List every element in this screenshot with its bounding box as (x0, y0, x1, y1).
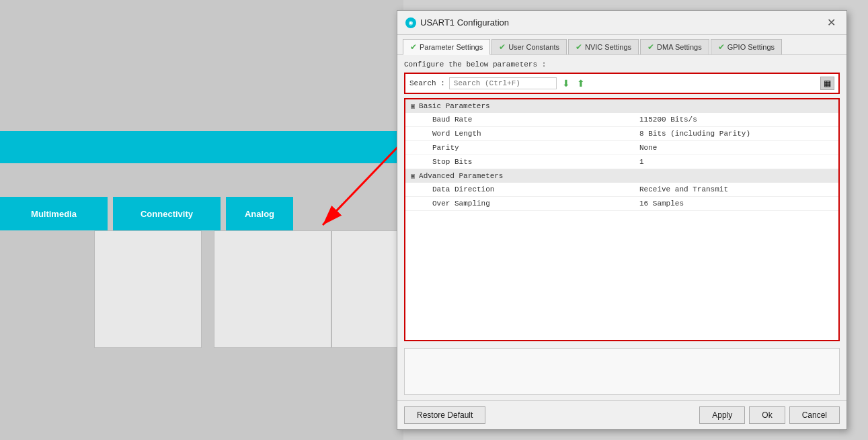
section-basic-label: Basic Parameters (419, 102, 490, 110)
panel-connectivity: USART1 ···· ✔ (214, 230, 331, 348)
param-row-data-direction[interactable]: Data Direction Receive and Transmit (405, 183, 838, 197)
tab-check-gpio: ✔ (718, 42, 725, 52)
tab-check-parameter: ✔ (410, 42, 417, 52)
cyan-top-bar (0, 131, 403, 163)
panel-multimedia (94, 230, 202, 348)
modal-titlebar: ◉ USART1 Configuration ✕ (397, 11, 846, 35)
tab-parameter-settings[interactable]: ✔ Parameter Settings (403, 39, 490, 55)
param-name-data-direction: Data Direction (432, 185, 626, 193)
apply-button[interactable]: Apply (699, 406, 745, 424)
footer-right: Apply Ok Cancel (699, 406, 840, 424)
modal-close-button[interactable]: ✕ (824, 17, 838, 28)
tab-check-nvic: ✔ (576, 42, 582, 52)
modal-icon-char: ◉ (409, 19, 413, 27)
param-name-stop-bits: Stop Bits (432, 158, 626, 166)
panel-analog (331, 230, 399, 348)
param-row-parity[interactable]: Parity None (405, 141, 838, 155)
tab-label-user-constants: User Constants (508, 43, 559, 51)
modal-dialog: ◉ USART1 Configuration ✕ ✔ Parameter Set… (397, 10, 847, 430)
section-advanced-label: Advanced Parameters (419, 172, 503, 180)
search-input[interactable] (449, 77, 557, 89)
section-advanced-toggle[interactable]: ▣ (411, 172, 415, 180)
search-label: Search : (409, 79, 445, 87)
category-multimedia[interactable]: Multimedia (0, 197, 108, 230)
tab-label-parameter: Parameter Settings (420, 43, 483, 51)
param-name-over-sampling: Over Sampling (432, 200, 626, 208)
tab-check-dma: ✔ (647, 42, 654, 52)
tab-check-user-constants: ✔ (499, 42, 506, 52)
tab-label-dma: DMA Settings (657, 43, 702, 51)
section-advanced-parameters[interactable]: ▣ Advanced Parameters (405, 169, 838, 183)
search-bar: Search : ⬇ ⬆ ▦ (404, 73, 840, 94)
configure-label: Configure the below parameters : (404, 60, 840, 69)
section-basic-toggle[interactable]: ▣ (411, 102, 415, 110)
search-down-icon: ⬇ (562, 78, 570, 89)
grid-icon: ▦ (824, 79, 831, 88)
gap1 (108, 197, 113, 230)
param-row-word-length[interactable]: Word Length 8 Bits (including Parity) (405, 127, 838, 141)
tab-dma-settings[interactable]: ✔ DMA Settings (640, 39, 709, 54)
restore-default-button[interactable]: Restore Default (404, 406, 485, 424)
param-value-stop-bits: 1 (626, 158, 833, 166)
param-value-data-direction: Receive and Transmit (626, 185, 833, 193)
description-area (404, 348, 840, 395)
param-row-stop-bits[interactable]: Stop Bits 1 (405, 155, 838, 169)
param-name-parity: Parity (432, 144, 626, 152)
param-name-baud-rate: Baud Rate (432, 116, 626, 124)
section-basic-parameters[interactable]: ▣ Basic Parameters (405, 99, 838, 113)
category-connectivity-label: Connectivity (141, 209, 193, 219)
tab-user-constants[interactable]: ✔ User Constants (491, 39, 567, 54)
footer-left: Restore Default (404, 406, 485, 424)
search-down-button[interactable]: ⬇ (561, 78, 571, 89)
modal-title-left: ◉ USART1 Configuration (405, 17, 509, 28)
modal-footer: Restore Default Apply Ok Cancel (397, 400, 846, 429)
category-row: Multimedia Connectivity Analog (0, 197, 403, 230)
param-name-word-length: Word Length (432, 130, 626, 138)
tab-label-nvic: NVIC Settings (585, 43, 631, 51)
tab-label-gpio: GPIO Settings (727, 43, 775, 51)
param-value-over-sampling: 16 Samples (626, 200, 833, 208)
param-value-parity: None (626, 144, 833, 152)
tab-gpio-settings[interactable]: ✔ GPIO Settings (711, 39, 782, 54)
tab-nvic-settings[interactable]: ✔ NVIC Settings (568, 39, 639, 54)
param-value-word-length: 8 Bits (including Parity) (626, 130, 833, 138)
modal-body: Configure the below parameters : Search … (397, 55, 846, 400)
category-analog[interactable]: Analog (226, 197, 293, 230)
gap2 (221, 197, 226, 230)
ok-button[interactable]: Ok (749, 406, 785, 424)
search-up-icon: ⬆ (577, 78, 585, 89)
search-grid-button[interactable]: ▦ (820, 77, 834, 90)
params-area: ▣ Basic Parameters Baud Rate 115200 Bits… (404, 98, 840, 341)
modal-icon: ◉ (405, 17, 416, 28)
param-row-baud-rate[interactable]: Baud Rate 115200 Bits/s (405, 113, 838, 127)
category-connectivity[interactable]: Connectivity (113, 197, 221, 230)
search-up-button[interactable]: ⬆ (576, 78, 586, 89)
cancel-button[interactable]: Cancel (789, 406, 840, 424)
modal-tabs: ✔ Parameter Settings ✔ User Constants ✔ … (397, 35, 846, 55)
category-multimedia-label: Multimedia (31, 209, 77, 219)
category-analog-label: Analog (245, 209, 274, 219)
param-value-baud-rate: 115200 Bits/s (626, 116, 833, 124)
param-row-over-sampling[interactable]: Over Sampling 16 Samples (405, 197, 838, 211)
modal-title-text: USART1 Configuration (420, 17, 509, 28)
